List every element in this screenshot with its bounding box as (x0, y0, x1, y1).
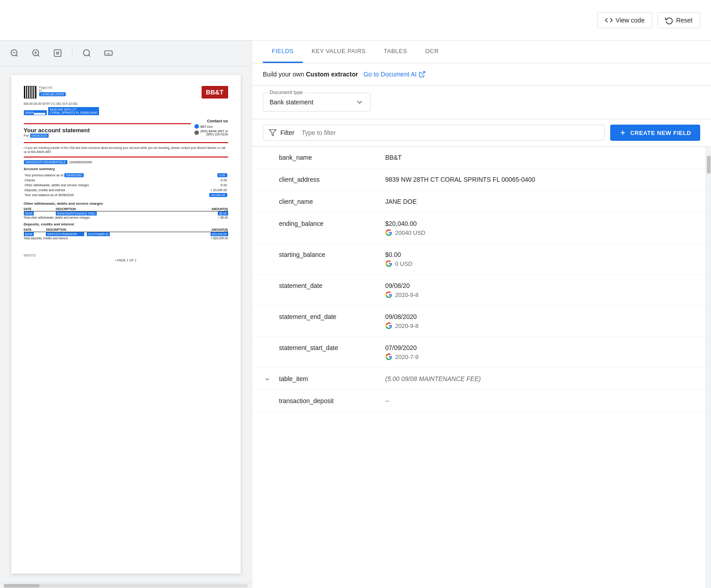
google-g-icon-2 (385, 260, 392, 267)
summary-table: Your previous balance as of 09/09/2090 0… (24, 172, 228, 198)
withdrawal-row: 09/08 BANK/MAINTENANCE FEE2 $5.00 (24, 211, 228, 216)
document-type-select[interactable]: Document type Bank statement (263, 93, 371, 112)
normalized-statement-end-date-val: 2020-9-8 (395, 323, 418, 329)
go-to-document-ai-link[interactable]: Go to Document AI (364, 71, 426, 78)
filter-label: Filter (280, 129, 294, 136)
search-doc-button[interactable] (80, 46, 94, 60)
col-desc: DESCRIPTION (56, 207, 187, 211)
extractor-prefix: Build your own Custom extractor (263, 71, 358, 78)
field-value-client-address: 9839 NW 28TH CT CORAL SPRINTS FL 00065-0… (385, 176, 695, 183)
w-desc: BANK/MAINTENANCE FEE2 (56, 211, 187, 216)
field-value-statement-start-date: 07/09/2020 2020-7-9 (385, 344, 695, 360)
google-g-icon-4 (385, 322, 392, 329)
total-label: Total other withdrawals, debits and serv… (24, 215, 188, 220)
w-date: 09/08 (24, 211, 56, 216)
field-row-ending-balance: ending_balance $20,040.00 (252, 213, 706, 244)
d-col-amount: AMOUNT($) (189, 228, 228, 232)
reset-button[interactable]: Reset (657, 12, 700, 28)
tab-ocr[interactable]: OCR (416, 40, 448, 63)
field-value-statement-end-date: 09/08/2020 2020-9-8 (385, 313, 695, 329)
zoom-out-icon (10, 49, 19, 58)
zoom-out-button[interactable] (7, 46, 22, 60)
field-row-statement-date: statement_date 09/08/20 2020-9-8 (252, 275, 706, 306)
summary-value: 20,040.00 (184, 193, 227, 197)
normalized-statement-date: 2020-9-8 (385, 291, 695, 298)
footer-number: 8826752 (24, 254, 228, 257)
page-info: Page1of2 (39, 86, 66, 89)
summary-value: -0.00 (184, 178, 227, 182)
tab-fields[interactable]: FIELDS (263, 40, 303, 63)
field-name-bank-name: bank_name (279, 154, 378, 161)
account-title: Your account statement (24, 127, 191, 134)
document-type-value: Bank statement (270, 99, 313, 106)
doc-toolbar (0, 40, 252, 66)
tab-tables[interactable]: TABLES (375, 40, 416, 63)
google-g-icon-5 (385, 353, 392, 360)
tabs-bar: FIELDS KEY VALUE PAIRS TABLES OCR (252, 40, 711, 63)
filter-input-wrapper: Filter (263, 125, 605, 141)
doc-horizontal-scrollbar[interactable] (0, 583, 252, 588)
expand-placeholder (263, 313, 272, 314)
normalized-ending-balance: 20040 USD (385, 229, 695, 236)
right-panel: FIELDS KEY VALUE PAIRS TABLES OCR Build … (252, 40, 711, 588)
expand-placeholder (263, 344, 272, 345)
expand-placeholder (263, 251, 272, 252)
view-code-button[interactable]: View code (597, 12, 652, 28)
total-value: = $5.00 (187, 215, 228, 220)
expand-table-item-button[interactable] (263, 375, 272, 382)
summary-title: Account summary (24, 167, 228, 171)
col-date: DATE (24, 207, 56, 211)
svg-line-17 (422, 72, 425, 75)
keyboard-button[interactable] (101, 46, 116, 60)
title-section: Your account statement For 09/08/2020 (24, 123, 191, 138)
doc-barcode-section: Page1of2 FL 110001BL25393 (24, 86, 66, 99)
field-name-client-address: client_address (279, 176, 378, 183)
zoom-in-button[interactable] (29, 46, 43, 60)
field-name-statement-start-date: statement_start_date (279, 344, 378, 351)
extracted-statement-date: 09/08/20 (385, 282, 695, 289)
other-section-title: Other withdrawals, debits and service ch… (24, 202, 228, 206)
toolbar-divider (72, 48, 72, 58)
field-value-transaction-deposit: -- (385, 397, 695, 404)
vertical-scrollbar[interactable] (706, 147, 711, 588)
summary-value: -5.00 (184, 183, 227, 187)
summary-row: Your previous balance as of 09/09/2090 0… (25, 173, 227, 177)
svg-point-8 (57, 52, 59, 54)
chevron-down-expand-icon (264, 376, 270, 382)
field-name-statement-date: statement_date (279, 282, 378, 289)
red-divider-2 (24, 157, 228, 157)
extracted-transaction-deposit: -- (385, 397, 695, 404)
d-desc: DEPOSIT/TRANSFER CUSTOMER ID (46, 232, 189, 237)
google-g-icon-3 (385, 291, 392, 298)
account-number: 1000000000000 (69, 161, 92, 164)
document-content: Page1of2 FL 110001BL25393 BB&T 000-00-00… (0, 66, 252, 583)
document-viewer: Page1of2 FL 110001BL25393 BB&T 000-00-00… (0, 40, 252, 588)
filter-icon (269, 129, 277, 137)
normalized-statement-end-date: 2020-9-8 (385, 322, 695, 329)
expand-placeholder (263, 220, 272, 221)
routing-numbers: 000-00-00-00 40797 0 C 001 53 5 22 002 (24, 102, 228, 105)
document-type-section: Document type Bank statement (252, 85, 711, 119)
d-total-value: = $20,045.00 (189, 236, 228, 240)
website-row: BBT.com (194, 124, 228, 129)
svg-rect-7 (54, 50, 61, 57)
field-value-client-name: JANE DOE (385, 198, 695, 205)
expand-placeholder (263, 198, 272, 199)
fit-page-button[interactable] (50, 46, 65, 60)
scrollbar-thumb (4, 584, 40, 588)
address-line2: 9839 NW 28TH CTCORAL SPRINTS FL 00065-04… (48, 107, 99, 115)
extracted-ending-balance: $20,040.00 (385, 220, 695, 227)
field-name-starting-balance: starting_balance (279, 251, 378, 258)
create-new-field-button[interactable]: CREATE NEW FIELD (610, 125, 700, 141)
summary-label: Your previous balance as of 09/09/2090 (25, 173, 183, 177)
right-panel-body: Build your own Custom extractor Go to Do… (252, 63, 711, 588)
field-value-starting-balance: $0.00 0 USD (385, 251, 695, 267)
filter-input[interactable] (302, 129, 599, 136)
chevron-down-icon (355, 98, 364, 107)
fields-list-container: bank_name BB&T client_address 9839 NW 28… (252, 147, 711, 588)
search-doc-icon (82, 49, 91, 58)
tab-key-value-pairs[interactable]: KEY VALUE PAIRS (303, 40, 375, 63)
address-area: BANK▄▄▄▄▄ 9839 NW 28TH CTCORAL SPRINTS F… (24, 106, 228, 116)
fields-list[interactable]: bank_name BB&T client_address 9839 NW 28… (252, 147, 706, 588)
summary-row: Deposits, credits and interest + 20,045.… (25, 188, 227, 192)
